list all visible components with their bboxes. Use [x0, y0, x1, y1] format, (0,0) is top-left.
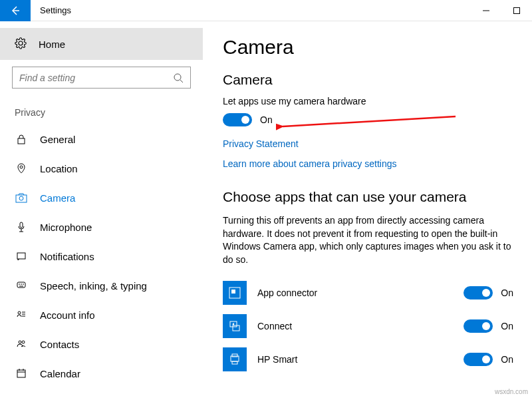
- app-row: HP Smart On: [223, 347, 513, 371]
- back-button[interactable]: [0, 0, 31, 21]
- sidebar-item-speech[interactable]: Speech, inking, & typing: [0, 271, 203, 300]
- sidebar-item-general[interactable]: General: [0, 124, 203, 154]
- sidebar-item-label: Camera: [40, 192, 75, 204]
- sidebar-item-label: Location: [40, 163, 78, 174]
- window-title: Settings: [40, 5, 71, 15]
- sidebar-item-location[interactable]: Location: [0, 154, 203, 183]
- sidebar-item-label: Microphone: [40, 222, 92, 233]
- sidebar-item-contacts[interactable]: Contacts: [0, 329, 203, 359]
- sidebar-item-label: Account info: [40, 309, 95, 321]
- camera-icon: [15, 192, 28, 203]
- sidebar: Home Privacy General Location Camera Mic…: [0, 21, 203, 398]
- app-row: App connector On: [223, 281, 513, 305]
- choose-apps-title: Choose apps that can use your camera: [223, 189, 513, 205]
- svg-point-6: [20, 166, 23, 168]
- search-icon: [173, 73, 184, 83]
- app-name: App connector: [257, 288, 464, 298]
- learn-more-link[interactable]: Learn more about camera privacy settings: [223, 158, 513, 169]
- sidebar-item-label: Contacts: [40, 339, 79, 350]
- app-connector-icon: [223, 281, 247, 305]
- home-button[interactable]: Home: [0, 28, 203, 60]
- app-connector-toggle[interactable]: [464, 286, 493, 299]
- minimize-button[interactable]: [471, 0, 501, 21]
- toggle-state: On: [501, 321, 513, 331]
- toggle-state: On: [501, 288, 513, 298]
- svg-line-4: [180, 80, 183, 83]
- privacy-statement-link[interactable]: Privacy Statement: [223, 138, 513, 149]
- hp-smart-icon: [223, 347, 247, 371]
- maximize-icon: [513, 7, 520, 14]
- titlebar: Settings: [0, 0, 532, 21]
- camera-access-toggle[interactable]: [223, 113, 252, 126]
- svg-rect-2: [514, 7, 520, 13]
- svg-point-12: [18, 311, 21, 314]
- lock-icon: [15, 134, 28, 144]
- svg-point-8: [19, 196, 23, 200]
- sidebar-item-calendar[interactable]: Calendar: [0, 359, 203, 388]
- sidebar-item-notifications[interactable]: Notifications: [0, 242, 203, 271]
- svg-rect-10: [17, 253, 25, 259]
- page-title: Camera: [223, 36, 513, 59]
- app-name: HP Smart: [257, 354, 464, 365]
- svg-point-3: [174, 74, 181, 81]
- notifications-icon: [15, 251, 28, 262]
- app-row: Connect On: [223, 314, 513, 338]
- sidebar-item-label: Speech, inking, & typing: [40, 280, 147, 292]
- window-controls: [471, 0, 532, 21]
- svg-rect-11: [17, 282, 25, 288]
- app-name: Connect: [257, 321, 464, 331]
- search-input[interactable]: [19, 73, 173, 83]
- sidebar-item-microphone[interactable]: Microphone: [0, 212, 203, 242]
- gear-icon: [15, 37, 27, 51]
- svg-rect-22: [233, 325, 239, 331]
- svg-rect-5: [18, 138, 25, 144]
- sidebar-item-camera[interactable]: Camera: [0, 183, 203, 212]
- svg-point-13: [19, 341, 21, 343]
- home-label: Home: [39, 39, 65, 50]
- speech-icon: [15, 280, 28, 291]
- main-panel: Camera Camera Let apps use my camera har…: [203, 21, 532, 398]
- sidebar-item-label: General: [40, 134, 75, 145]
- setting-label: Let apps use my camera hardware: [223, 96, 513, 106]
- toggle-state: On: [260, 114, 273, 125]
- calendar-icon: [15, 368, 28, 379]
- sidebar-item-account[interactable]: Account info: [0, 300, 203, 329]
- section-header-privacy: Privacy: [0, 89, 203, 124]
- svg-rect-15: [17, 370, 25, 377]
- microphone-icon: [15, 222, 28, 232]
- svg-rect-25: [232, 361, 237, 364]
- svg-rect-20: [231, 290, 235, 294]
- search-box[interactable]: [12, 67, 191, 89]
- toggle-state: On: [501, 354, 513, 365]
- sidebar-item-label: Notifications: [40, 251, 94, 262]
- connect-icon: [223, 314, 247, 338]
- watermark: wsxdn.com: [495, 388, 528, 395]
- connect-toggle[interactable]: [464, 319, 493, 333]
- account-icon: [15, 309, 28, 320]
- section-subtitle: Camera: [223, 72, 513, 88]
- maximize-button[interactable]: [501, 0, 532, 21]
- choose-apps-description: Turning this off prevents an app from di…: [223, 214, 513, 266]
- hp-smart-toggle[interactable]: [464, 353, 493, 366]
- svg-point-14: [22, 341, 25, 343]
- sidebar-item-label: Calendar: [40, 368, 80, 379]
- minimize-icon: [483, 7, 489, 14]
- contacts-icon: [15, 339, 28, 349]
- arrow-left-icon: [10, 5, 21, 16]
- svg-rect-9: [20, 222, 23, 228]
- location-icon: [15, 163, 28, 174]
